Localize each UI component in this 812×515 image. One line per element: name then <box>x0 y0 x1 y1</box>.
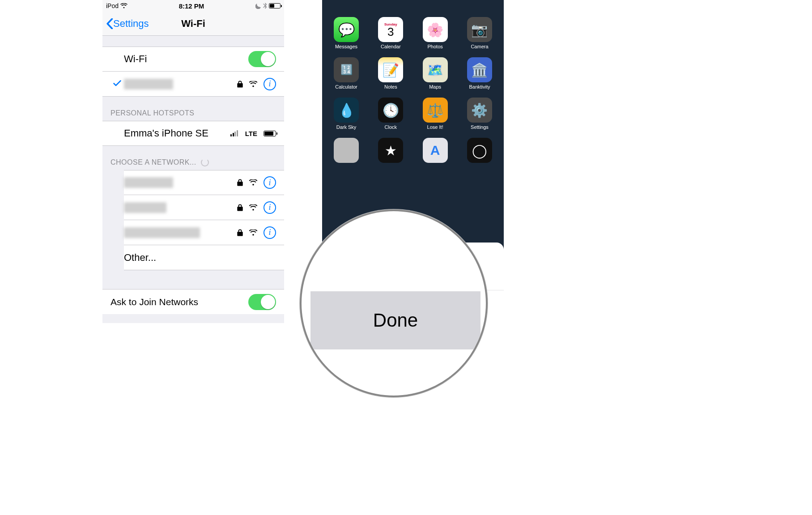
other-network-row[interactable]: Other... <box>124 245 284 270</box>
redacted-network-name: x <box>124 202 166 213</box>
wifi-toggle[interactable] <box>248 51 276 67</box>
wifi-icon <box>120 3 128 9</box>
lock-icon <box>237 204 243 211</box>
wifi-toggle-row: Wi-Fi <box>102 47 284 72</box>
moon-icon <box>255 3 261 9</box>
app-photos[interactable]: 🌸Photos <box>419 17 451 49</box>
redacted-network-name: x <box>124 227 200 238</box>
network-row[interactable]: x i <box>124 195 284 220</box>
app-messages[interactable]: 💬Messages <box>330 17 362 49</box>
home-screen-apps: 💬Messages Sunday3Calendar 🌸Photos 📷Camer… <box>322 0 504 165</box>
app-darksky[interactable]: 💧Dark Sky <box>330 98 362 130</box>
other-label: Other... <box>124 252 276 264</box>
bluetooth-icon <box>263 3 267 9</box>
ask-join-label: Ask to Join Networks <box>111 297 248 307</box>
app-generic[interactable] <box>330 138 362 165</box>
done-button[interactable]: Done <box>310 291 480 349</box>
back-label: Settings <box>113 18 149 30</box>
app-appstore[interactable]: A <box>419 138 451 165</box>
spinner-icon <box>201 158 209 166</box>
wifi-label: Wi-Fi <box>124 53 248 65</box>
network-row[interactable]: x i <box>124 170 284 195</box>
app-settings[interactable]: ⚙️Settings <box>463 98 496 130</box>
battery-icon <box>269 3 281 9</box>
info-button[interactable]: i <box>264 226 276 239</box>
chevron-left-icon <box>106 18 113 29</box>
clock-time: 8:12 PM <box>179 2 204 10</box>
lte-label: LTE <box>245 130 257 137</box>
lock-icon <box>237 229 243 236</box>
settings-wifi-screen: iPod 8:12 PM Settings Wi-Fi Wi-Fi x i <box>102 0 284 323</box>
app-maps[interactable]: 🗺️Maps <box>419 57 451 89</box>
redacted-network-name: x <box>124 79 173 89</box>
status-bar: iPod 8:12 PM <box>102 0 284 12</box>
wifi-strength-icon <box>249 179 257 186</box>
choose-network-header: CHOOSE A NETWORK... <box>102 146 284 170</box>
app-clock[interactable]: 🕓Clock <box>374 98 407 130</box>
personal-hotspots-header: PERSONAL HOTSPOTS <box>102 97 284 121</box>
app-calculator[interactable]: 🔢Calculator <box>330 57 362 89</box>
hotspot-row[interactable]: Emma's iPhone SE LTE <box>102 121 284 146</box>
check-icon <box>113 80 121 86</box>
device-name: iPod <box>106 2 119 9</box>
app-loseit[interactable]: ⚖️Lose It! <box>419 98 451 130</box>
app-notes[interactable]: 📝Notes <box>374 57 407 89</box>
wifi-strength-icon <box>249 230 257 236</box>
network-row[interactable]: x i <box>124 220 284 245</box>
redacted-network-name: x <box>124 177 173 188</box>
connected-network-row[interactable]: x i <box>102 72 284 97</box>
magnifier-callout: Successfully shared your Wi-Fi password.… <box>300 209 488 397</box>
hotspot-battery-icon <box>264 131 276 136</box>
page-title: Wi-Fi <box>181 18 205 30</box>
info-button[interactable]: i <box>264 78 276 90</box>
cellular-signal-icon <box>230 130 238 136</box>
app-generic[interactable]: ★ <box>374 138 407 165</box>
nav-bar: Settings Wi-Fi <box>102 12 284 36</box>
app-banktivity[interactable]: 🏛️Banktivity <box>463 57 496 89</box>
back-button[interactable]: Settings <box>106 18 149 30</box>
info-button[interactable]: i <box>264 201 276 214</box>
info-button[interactable]: i <box>264 176 276 189</box>
hotspot-name: Emma's iPhone SE <box>124 128 230 139</box>
wifi-strength-icon <box>249 204 257 211</box>
wifi-strength-icon <box>249 81 257 87</box>
app-generic[interactable]: ◯ <box>463 138 496 165</box>
app-calendar[interactable]: Sunday3Calendar <box>374 17 407 49</box>
lock-icon <box>237 179 243 186</box>
lock-icon <box>237 81 243 88</box>
ask-join-toggle[interactable] <box>248 294 276 310</box>
app-camera[interactable]: 📷Camera <box>463 17 496 49</box>
ask-to-join-row: Ask to Join Networks <box>102 289 284 314</box>
